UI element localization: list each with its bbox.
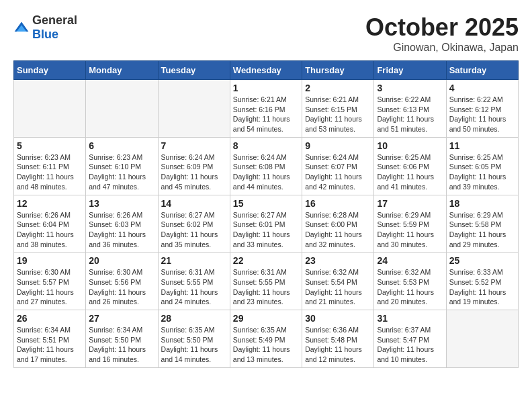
calendar-cell: 1Sunrise: 6:21 AM Sunset: 6:16 PM Daylig… (230, 80, 302, 138)
calendar-cell: 2Sunrise: 6:21 AM Sunset: 6:15 PM Daylig… (302, 80, 374, 138)
weekday-header-saturday: Saturday (446, 61, 518, 80)
calendar-cell: 9Sunrise: 6:24 AM Sunset: 6:07 PM Daylig… (302, 137, 374, 195)
day-info: Sunrise: 6:31 AM Sunset: 5:55 PM Dayligh… (161, 267, 227, 307)
calendar-cell: 13Sunrise: 6:26 AM Sunset: 6:03 PM Dayli… (86, 195, 158, 253)
location-title: Ginowan, Okinawa, Japan (365, 42, 519, 54)
day-info: Sunrise: 6:22 AM Sunset: 6:12 PM Dayligh… (449, 95, 515, 134)
day-info: Sunrise: 6:21 AM Sunset: 6:16 PM Dayligh… (233, 95, 299, 134)
day-info: Sunrise: 6:22 AM Sunset: 6:13 PM Dayligh… (377, 95, 443, 134)
weekday-header-thursday: Thursday (302, 61, 374, 80)
calendar-cell (86, 80, 158, 138)
logo-blue-text: Blue (32, 28, 58, 41)
calendar-week-row: 5Sunrise: 6:23 AM Sunset: 6:11 PM Daylig… (14, 137, 519, 195)
day-number: 20 (89, 255, 154, 266)
title-section: October 2025 Ginowan, Okinawa, Japan (365, 13, 519, 54)
calendar-cell: 30Sunrise: 6:36 AM Sunset: 5:48 PM Dayli… (302, 310, 374, 368)
calendar-cell: 27Sunrise: 6:34 AM Sunset: 5:50 PM Dayli… (86, 310, 158, 368)
day-number: 13 (89, 198, 154, 209)
day-info: Sunrise: 6:36 AM Sunset: 5:48 PM Dayligh… (305, 325, 371, 365)
calendar-cell: 22Sunrise: 6:31 AM Sunset: 5:55 PM Dayli… (230, 253, 302, 310)
day-info: Sunrise: 6:26 AM Sunset: 6:03 PM Dayligh… (89, 210, 154, 250)
calendar-cell: 18Sunrise: 6:29 AM Sunset: 5:58 PM Dayli… (446, 195, 518, 253)
day-number: 14 (161, 198, 227, 209)
weekday-header-tuesday: Tuesday (158, 61, 230, 80)
day-info: Sunrise: 6:32 AM Sunset: 5:54 PM Dayligh… (305, 267, 371, 307)
day-info: Sunrise: 6:23 AM Sunset: 6:10 PM Dayligh… (89, 152, 154, 192)
weekday-header-wednesday: Wednesday (230, 61, 302, 80)
day-info: Sunrise: 6:25 AM Sunset: 6:05 PM Dayligh… (449, 152, 515, 192)
day-info: Sunrise: 6:31 AM Sunset: 5:55 PM Dayligh… (233, 267, 299, 307)
day-info: Sunrise: 6:21 AM Sunset: 6:15 PM Dayligh… (305, 95, 371, 134)
calendar-cell: 17Sunrise: 6:29 AM Sunset: 5:59 PM Dayli… (374, 195, 446, 253)
day-number: 12 (17, 198, 83, 209)
calendar-cell: 24Sunrise: 6:32 AM Sunset: 5:53 PM Dayli… (374, 253, 446, 310)
day-number: 5 (17, 140, 83, 151)
calendar-cell: 4Sunrise: 6:22 AM Sunset: 6:12 PM Daylig… (446, 80, 518, 138)
day-number: 11 (449, 140, 515, 151)
header: General Blue October 2025 Ginowan, Okina… (13, 13, 519, 54)
calendar-cell: 6Sunrise: 6:23 AM Sunset: 6:10 PM Daylig… (86, 137, 158, 195)
month-title: October 2025 (365, 13, 519, 42)
calendar-cell: 26Sunrise: 6:34 AM Sunset: 5:51 PM Dayli… (14, 310, 86, 368)
weekday-header-friday: Friday (374, 61, 446, 80)
calendar-cell: 8Sunrise: 6:24 AM Sunset: 6:08 PM Daylig… (230, 137, 302, 195)
day-info: Sunrise: 6:34 AM Sunset: 5:51 PM Dayligh… (17, 325, 83, 365)
day-number: 23 (305, 255, 371, 266)
day-info: Sunrise: 6:25 AM Sunset: 6:06 PM Dayligh… (377, 152, 443, 192)
calendar-cell (446, 310, 518, 368)
calendar-cell: 20Sunrise: 6:30 AM Sunset: 5:56 PM Dayli… (86, 253, 158, 310)
calendar-cell: 31Sunrise: 6:37 AM Sunset: 5:47 PM Dayli… (374, 310, 446, 368)
calendar-cell: 3Sunrise: 6:22 AM Sunset: 6:13 PM Daylig… (374, 80, 446, 138)
day-number: 31 (377, 313, 443, 324)
day-number: 27 (89, 313, 154, 324)
day-number: 2 (305, 83, 371, 93)
calendar-cell (14, 80, 86, 138)
calendar-cell: 11Sunrise: 6:25 AM Sunset: 6:05 PM Dayli… (446, 137, 518, 195)
day-info: Sunrise: 6:27 AM Sunset: 6:01 PM Dayligh… (233, 210, 299, 250)
day-number: 17 (377, 198, 443, 209)
day-info: Sunrise: 6:30 AM Sunset: 5:56 PM Dayligh… (89, 267, 154, 307)
day-info: Sunrise: 6:23 AM Sunset: 6:11 PM Dayligh… (17, 152, 83, 192)
day-number: 30 (305, 313, 371, 324)
calendar-cell: 25Sunrise: 6:33 AM Sunset: 5:52 PM Dayli… (446, 253, 518, 310)
day-number: 28 (161, 313, 227, 324)
logo: General Blue (13, 13, 77, 42)
calendar-week-row: 1Sunrise: 6:21 AM Sunset: 6:16 PM Daylig… (14, 80, 519, 138)
calendar-week-row: 26Sunrise: 6:34 AM Sunset: 5:51 PM Dayli… (14, 310, 519, 368)
day-number: 3 (377, 83, 443, 93)
day-number: 18 (449, 198, 515, 209)
calendar-cell: 15Sunrise: 6:27 AM Sunset: 6:01 PM Dayli… (230, 195, 302, 253)
day-info: Sunrise: 6:30 AM Sunset: 5:57 PM Dayligh… (17, 267, 83, 307)
day-number: 7 (161, 140, 227, 151)
calendar-cell: 21Sunrise: 6:31 AM Sunset: 5:55 PM Dayli… (158, 253, 230, 310)
day-info: Sunrise: 6:29 AM Sunset: 5:58 PM Dayligh… (449, 210, 515, 250)
day-info: Sunrise: 6:32 AM Sunset: 5:53 PM Dayligh… (377, 267, 443, 307)
calendar-week-row: 12Sunrise: 6:26 AM Sunset: 6:04 PM Dayli… (14, 195, 519, 253)
day-number: 29 (233, 313, 299, 324)
calendar-cell: 10Sunrise: 6:25 AM Sunset: 6:06 PM Dayli… (374, 137, 446, 195)
day-info: Sunrise: 6:33 AM Sunset: 5:52 PM Dayligh… (449, 267, 515, 307)
day-info: Sunrise: 6:24 AM Sunset: 6:08 PM Dayligh… (233, 152, 299, 192)
day-number: 24 (377, 255, 443, 266)
calendar-cell: 7Sunrise: 6:24 AM Sunset: 6:09 PM Daylig… (158, 137, 230, 195)
day-info: Sunrise: 6:26 AM Sunset: 6:04 PM Dayligh… (17, 210, 83, 250)
calendar-cell: 14Sunrise: 6:27 AM Sunset: 6:02 PM Dayli… (158, 195, 230, 253)
logo-general-text: General (32, 13, 77, 27)
calendar-week-row: 19Sunrise: 6:30 AM Sunset: 5:57 PM Dayli… (14, 253, 519, 310)
calendar-cell (158, 80, 230, 138)
calendar-cell: 28Sunrise: 6:35 AM Sunset: 5:50 PM Dayli… (158, 310, 230, 368)
calendar-cell: 16Sunrise: 6:28 AM Sunset: 6:00 PM Dayli… (302, 195, 374, 253)
calendar-cell: 29Sunrise: 6:35 AM Sunset: 5:49 PM Dayli… (230, 310, 302, 368)
day-number: 10 (377, 140, 443, 151)
day-number: 8 (233, 140, 299, 151)
calendar-cell: 19Sunrise: 6:30 AM Sunset: 5:57 PM Dayli… (14, 253, 86, 310)
day-info: Sunrise: 6:24 AM Sunset: 6:09 PM Dayligh… (161, 152, 227, 192)
weekday-header-row: SundayMondayTuesdayWednesdayThursdayFrid… (14, 61, 519, 80)
day-number: 22 (233, 255, 299, 266)
day-info: Sunrise: 6:29 AM Sunset: 5:59 PM Dayligh… (377, 210, 443, 250)
weekday-header-sunday: Sunday (14, 61, 86, 80)
calendar-cell: 23Sunrise: 6:32 AM Sunset: 5:54 PM Dayli… (302, 253, 374, 310)
calendar-cell: 12Sunrise: 6:26 AM Sunset: 6:04 PM Dayli… (14, 195, 86, 253)
day-number: 26 (17, 313, 83, 324)
calendar-table: SundayMondayTuesdayWednesdayThursdayFrid… (13, 60, 519, 368)
